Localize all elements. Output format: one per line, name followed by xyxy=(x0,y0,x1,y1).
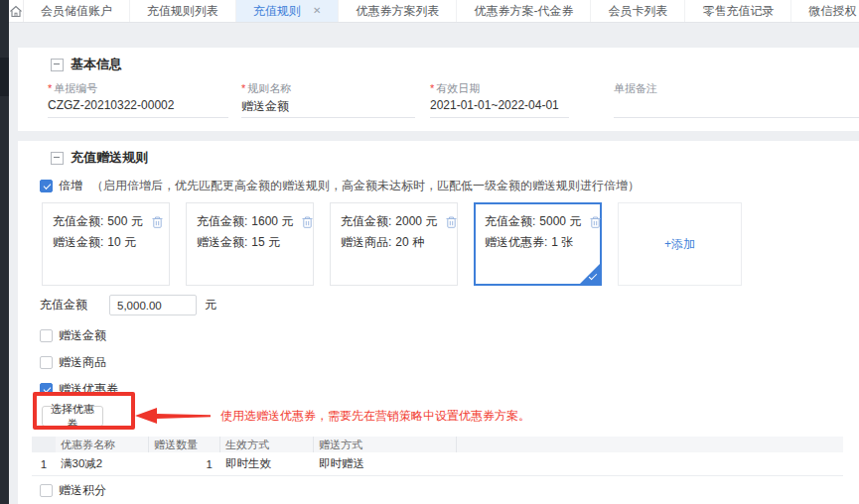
add-tier-button[interactable]: +添加 xyxy=(618,202,742,286)
home-icon xyxy=(9,5,23,18)
amount-unit: 元 xyxy=(205,297,216,314)
tier-card-line: 赠送商品:20 种 xyxy=(341,232,447,253)
field-label: *规则名称 xyxy=(241,81,415,95)
tab-close-icon[interactable]: ✕ xyxy=(313,6,321,16)
tab-label: 优惠券方案-代金券 xyxy=(474,3,573,20)
field-value[interactable]: 赠送金额 xyxy=(241,98,415,118)
tier-card[interactable]: 充值金额:1600 元赠送金额:15 元 xyxy=(186,202,314,286)
multiplier-checkbox[interactable] xyxy=(40,180,53,192)
basic-info-panel: 基本信息 *单据编号CZGZ-20210322-00002*规则名称赠送金额*有… xyxy=(18,48,859,131)
field-label: *有效日期 xyxy=(430,81,569,95)
table-column-header: 赠送数量 xyxy=(149,437,220,452)
tier-line-value: 2000 元 xyxy=(395,211,437,232)
form-field: *单据编号CZGZ-20210322-00002 xyxy=(48,81,228,118)
gift-option-label: 赠送商品 xyxy=(59,354,106,371)
table-cell: 满30减2 xyxy=(56,456,149,471)
field-value[interactable]: 2021-01-01~2022-04-01 xyxy=(430,98,569,118)
field-label-text: 有效日期 xyxy=(436,82,480,94)
tier-line-value: 15 元 xyxy=(251,232,280,253)
tier-line-label: 赠送优惠券: xyxy=(485,232,547,253)
tab-item[interactable]: 微信授权 xyxy=(791,0,859,22)
tier-line-value: 5000 元 xyxy=(539,211,581,232)
tab-label: 优惠券方案列表 xyxy=(356,3,439,20)
points-label: 赠送积分 xyxy=(59,482,106,499)
gift-option-label: 赠送优惠券 xyxy=(59,381,118,398)
required-mark: * xyxy=(48,82,52,94)
tier-card-line: 赠送优惠券:1 张 xyxy=(485,232,591,253)
tab-bar: 会员储值账户充值规则列表充值规则✕优惠券方案列表优惠券方案-代金券会员卡列表零售… xyxy=(9,0,859,23)
tier-line-label: 赠送金额: xyxy=(53,232,103,253)
tier-card-list: 充值金额:500 元赠送金额:10 元充值金额:1600 元赠送金额:15 元充… xyxy=(42,202,742,286)
field-label-text: 规则名称 xyxy=(247,82,291,94)
tab-list: 会员储值账户充值规则列表充值规则✕优惠券方案列表优惠券方案-代金券会员卡列表零售… xyxy=(24,0,859,22)
tier-card-line: 充值金额:500 元 xyxy=(53,211,159,232)
tab-item[interactable]: 优惠券方案-代金券 xyxy=(457,0,591,22)
annotation-arrow-icon xyxy=(135,405,213,427)
tab-label: 充值规则 xyxy=(253,3,301,20)
selected-corner-check-icon xyxy=(580,264,600,284)
gift-option-checkbox[interactable] xyxy=(40,329,53,342)
multiplier-row: 倍增 （启用倍增后，优先匹配更高金额的赠送规则，高金额未达标时，匹配低一级金额的… xyxy=(40,178,640,194)
tier-line-value: 10 元 xyxy=(107,232,136,253)
recharge-rules-header: 充值赠送规则 xyxy=(51,149,148,167)
multiplier-label: 倍增 xyxy=(59,178,82,194)
row-index-cell: 1 xyxy=(32,458,56,470)
gift-option-label: 赠送金额 xyxy=(59,327,106,344)
table-column-header: 优惠券名称 xyxy=(56,437,149,452)
form-field: *有效日期2021-01-01~2022-04-01 xyxy=(430,81,569,118)
amount-input[interactable] xyxy=(109,295,197,315)
gift-option-checkbox[interactable] xyxy=(40,356,53,369)
tab-item[interactable]: 会员储值账户 xyxy=(24,0,130,22)
trash-icon[interactable] xyxy=(446,216,457,228)
table-cell: 1 xyxy=(149,458,220,470)
tab-item[interactable]: 零售充值记录 xyxy=(685,0,791,22)
table-row[interactable]: 1满30减21即时生效即时赠送 xyxy=(32,452,843,476)
section-title: 基本信息 xyxy=(71,56,122,73)
gift-option-checkbox[interactable] xyxy=(40,383,53,396)
table-cell: 即时赠送 xyxy=(314,456,457,471)
field-label: 单据备注 xyxy=(614,81,859,95)
home-tab[interactable] xyxy=(9,0,24,22)
field-value[interactable] xyxy=(614,98,859,118)
tier-card-line: 充值金额:5000 元 xyxy=(485,211,591,232)
tab-item[interactable]: 充值规则✕ xyxy=(236,0,339,22)
tab-item[interactable]: 充值规则列表 xyxy=(130,0,236,22)
field-label-text: 单据编号 xyxy=(54,82,97,94)
annotation-text: 使用选赠送优惠券，需要先在营销策略中设置优惠券方案。 xyxy=(220,408,530,425)
coupon-table: 优惠券名称赠送数量生效方式赠送方式 1满30减21即时生效即时赠送 xyxy=(32,437,843,476)
field-label: *单据编号 xyxy=(48,81,228,95)
select-coupon-button[interactable]: 选择优惠券 xyxy=(42,406,103,427)
form-field: 单据备注 xyxy=(614,81,859,118)
gift-option-list: 赠送金额赠送商品赠送优惠券 xyxy=(40,322,118,403)
tab-label: 会员卡列表 xyxy=(608,3,667,20)
points-checkbox[interactable] xyxy=(40,484,53,497)
table-column-header: 生效方式 xyxy=(220,437,314,452)
collapse-icon[interactable] xyxy=(51,59,64,71)
tier-line-label: 赠送商品: xyxy=(341,232,391,253)
tier-card-line: 赠送金额:10 元 xyxy=(53,232,159,253)
app-window: 会员储值账户充值规则列表充值规则✕优惠券方案列表优惠券方案-代金券会员卡列表零售… xyxy=(0,0,859,504)
trash-icon[interactable] xyxy=(590,216,601,228)
tier-line-value: 1 张 xyxy=(551,232,573,253)
table-column-header: 赠送方式 xyxy=(314,437,457,452)
collapse-icon[interactable] xyxy=(51,152,64,165)
trash-icon[interactable] xyxy=(302,216,313,228)
tab-item[interactable]: 会员卡列表 xyxy=(591,0,685,22)
coupon-table-header: 优惠券名称赠送数量生效方式赠送方式 xyxy=(32,437,843,452)
collapsed-sidebar[interactable] xyxy=(0,0,9,504)
trash-icon[interactable] xyxy=(152,216,163,228)
field-value[interactable]: CZGZ-20210322-00002 xyxy=(48,98,228,118)
tier-card[interactable]: 充值金额:2000 元赠送商品:20 种 xyxy=(330,202,458,286)
points-option-row: 赠送积分 xyxy=(40,482,106,499)
tab-label: 充值规则列表 xyxy=(147,3,218,20)
field-label-text: 单据备注 xyxy=(614,82,657,94)
gift-option-row: 赠送金额 xyxy=(40,322,118,349)
tab-item[interactable]: 优惠券方案列表 xyxy=(339,0,457,22)
tier-line-label: 充值金额: xyxy=(53,211,103,232)
basic-info-header: 基本信息 xyxy=(51,56,122,73)
coupon-table-body: 1满30减21即时生效即时赠送 xyxy=(32,452,843,476)
required-mark: * xyxy=(241,82,245,94)
tier-line-label: 充值金额: xyxy=(197,211,247,232)
tier-card[interactable]: 充值金额:500 元赠送金额:10 元 xyxy=(42,202,170,286)
tier-card[interactable]: 充值金额:5000 元赠送优惠券:1 张 xyxy=(474,202,602,286)
